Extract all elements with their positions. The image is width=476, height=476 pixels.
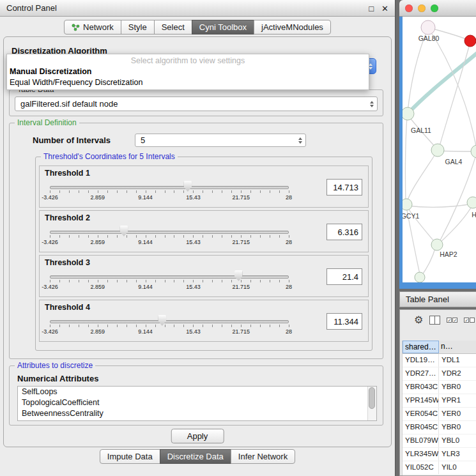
slider-track <box>50 275 289 279</box>
slider-tick <box>69 325 70 327</box>
threshold-slider[interactable]: -3.4262.8599.14415.4321.71528 <box>50 226 289 250</box>
attributes-listbox[interactable]: SelfLoopsTopologicalCoefficientBetweenne… <box>17 386 377 421</box>
slider-tick <box>279 190 280 193</box>
slider-scale-label: 2.859 <box>91 239 105 245</box>
network-edge[interactable] <box>438 204 473 244</box>
cell-shared-name: YLR345W <box>403 448 439 461</box>
table-row[interactable]: YPR145WYPR1 <box>403 394 476 408</box>
slider-scale-label: 21.715 <box>232 194 250 201</box>
network-edge[interactable] <box>439 42 470 148</box>
tab-network[interactable]: Network <box>64 20 121 35</box>
threshold-panel: Threshold 2-3.4262.8599.14415.4321.71528… <box>39 210 369 252</box>
attributes-scrollbar[interactable] <box>367 387 376 420</box>
column-header-name[interactable]: n… <box>439 341 476 353</box>
network-node-label: GCY1 <box>403 212 419 220</box>
slider-tick <box>193 190 194 193</box>
tab-discretize-data[interactable]: Discretize Data <box>160 449 231 464</box>
network-node-label: H <box>472 211 476 219</box>
number-of-intervals-combo[interactable]: 5 <box>135 134 306 147</box>
table-data-combo[interactable]: galFiltered.sif default node <box>15 96 378 111</box>
threshold-panel: Threshold 1-3.4262.8599.14415.4321.71528… <box>39 165 369 208</box>
tab-cyni-toolbox[interactable]: Cyni Toolbox <box>192 20 254 35</box>
columns-icon[interactable] <box>429 316 440 325</box>
float-button[interactable]: □ <box>369 4 374 13</box>
slider-tick <box>289 235 289 238</box>
threshold-slider[interactable]: -3.4262.8599.14415.4321.71528 <box>50 270 289 295</box>
slider-handle[interactable] <box>183 181 192 192</box>
network-edge[interactable] <box>405 116 407 203</box>
network-edge[interactable] <box>407 204 473 207</box>
attribute-item[interactable]: SelfLoops <box>18 387 376 397</box>
slider-tick <box>203 190 203 193</box>
table-panel-header: Table Panel <box>399 291 476 307</box>
close-button[interactable]: ✕ <box>381 4 388 13</box>
network-node[interactable] <box>403 107 414 120</box>
scrollbar-thumb[interactable] <box>369 387 375 409</box>
slider-tick <box>241 190 242 193</box>
table-row[interactable]: YIL052CYIL0 <box>403 461 476 475</box>
slider-tick <box>250 280 251 282</box>
algorithm-option[interactable]: Manual Discretization <box>7 66 369 77</box>
threshold-slider[interactable]: -3.4262.8599.14415.4321.71528 <box>50 181 289 205</box>
network-node[interactable] <box>464 35 476 47</box>
network-edge[interactable] <box>420 247 436 277</box>
table-row[interactable]: YLR345WYLR3 <box>403 448 476 461</box>
network-edge[interactable] <box>406 206 436 243</box>
table-row[interactable]: YBR045CYBR0 <box>403 421 476 434</box>
slider-tick <box>212 325 213 327</box>
tab-select[interactable]: Select <box>154 20 192 35</box>
table-panel-title: Table Panel <box>406 295 449 304</box>
threshold-value-field[interactable]: 11.344 <box>326 313 362 330</box>
network-node[interactable] <box>431 144 444 157</box>
network-node[interactable] <box>467 197 476 208</box>
select-all-columns-icon[interactable]: ✓ ✓ <box>447 318 457 323</box>
slider-tick <box>146 190 146 193</box>
table-row[interactable]: YDL19…YDL1 <box>403 354 476 367</box>
apply-button[interactable]: Apply <box>171 429 224 443</box>
network-canvas[interactable]: GAL80GAL11GAL4GCY1HHAP2 <box>399 17 476 289</box>
slider-tick <box>146 325 146 327</box>
threshold-slider[interactable]: -3.4262.8599.14415.4321.71528 <box>50 315 289 339</box>
network-node[interactable] <box>403 199 412 210</box>
slider-tick <box>88 235 89 238</box>
slider-tick <box>270 325 270 327</box>
column-header-shared-name[interactable]: shared… <box>403 341 439 353</box>
attribute-item[interactable]: BetweennessCentrality <box>18 408 376 419</box>
network-node[interactable] <box>415 272 425 282</box>
algorithm-option[interactable]: Equal Width/Frequency Discretization <box>7 77 369 88</box>
tab-jactivemnodules[interactable]: jActiveMNodules <box>254 20 331 35</box>
zoom-light-icon[interactable] <box>431 4 438 12</box>
table-row[interactable]: YER054CYER0 <box>403 408 476 421</box>
tab-infer-network[interactable]: Infer Network <box>231 449 295 464</box>
slider-tick <box>260 190 261 193</box>
cell-name: YER0 <box>439 408 476 420</box>
slider-tick <box>79 280 79 282</box>
tab-impute-data[interactable]: Impute Data <box>100 449 160 464</box>
slider-tick <box>79 235 79 238</box>
threshold-value-field[interactable]: 14.713 <box>326 179 362 196</box>
table-row[interactable]: YBR043CYBR0 <box>403 381 476 394</box>
network-edge[interactable] <box>408 52 476 114</box>
network-node[interactable] <box>471 145 476 158</box>
slider-scale-label: 9.144 <box>138 284 153 290</box>
select-some-columns-icon[interactable]: ✓ <box>464 318 475 323</box>
slider-tick <box>155 190 156 193</box>
threshold-value-field[interactable]: 6.316 <box>326 224 362 240</box>
slider-scale-label: 28 <box>286 239 292 245</box>
network-edge[interactable] <box>406 151 437 203</box>
attribute-item[interactable]: TopologicalCoefficient <box>18 397 376 408</box>
algorithm-placeholder: Select algorithm to view settings <box>7 54 369 66</box>
close-light-icon[interactable] <box>405 4 413 12</box>
table-row[interactable]: YBL079WYBL0 <box>403 434 476 448</box>
gear-icon[interactable]: ⚙ <box>414 315 423 325</box>
threshold-value-field[interactable]: 21.4 <box>326 268 362 285</box>
slider-scale-label: 28 <box>286 194 292 201</box>
minimize-light-icon[interactable] <box>418 4 426 12</box>
tab-style[interactable]: Style <box>121 20 155 35</box>
table-row[interactable]: YDR27…YDR2 <box>403 367 476 381</box>
network-node[interactable] <box>431 239 443 250</box>
slider-tick <box>59 280 60 282</box>
slider-tick <box>69 280 70 282</box>
network-node[interactable] <box>421 20 435 35</box>
cell-name: YIL0 <box>439 461 476 474</box>
